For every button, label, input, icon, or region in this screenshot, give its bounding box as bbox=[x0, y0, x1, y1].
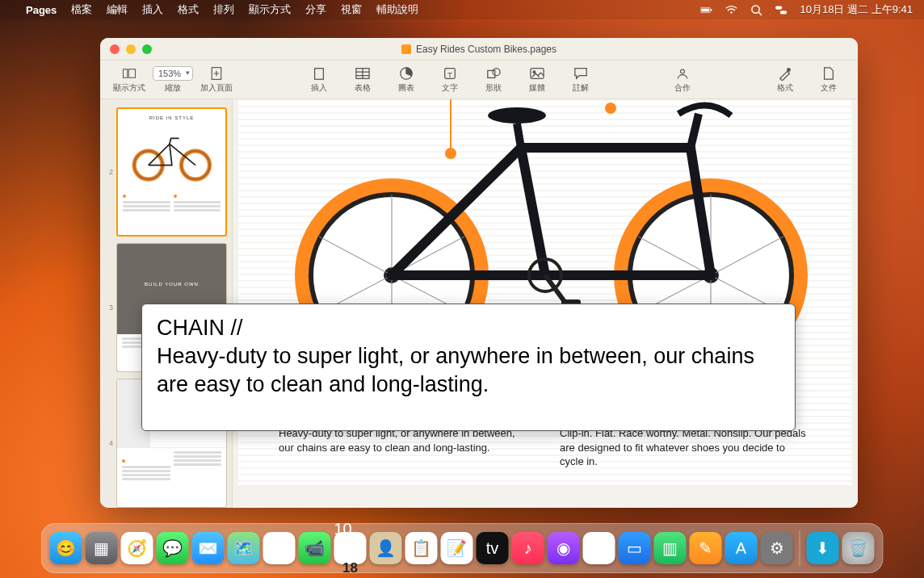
menu-insert[interactable]: 插入 bbox=[142, 2, 163, 17]
dock-mail-icon[interactable]: ✉️ bbox=[192, 532, 225, 564]
hover-line2: Heavy-duty to super light, or anywhere i… bbox=[157, 342, 780, 399]
dock-keynote-icon[interactable]: ▭ bbox=[619, 532, 651, 564]
menu-arrange[interactable]: 排列 bbox=[213, 2, 234, 17]
document-title: Easy Rides Custom Bikes.pages bbox=[401, 44, 556, 55]
toolbar-shape-button[interactable]: 形狀 bbox=[474, 66, 513, 94]
window-close-button[interactable] bbox=[110, 44, 120, 54]
toolbar-media-button[interactable]: 媒體 bbox=[518, 66, 556, 94]
dock-calendar-icon[interactable]: 10月18 bbox=[334, 532, 367, 564]
page-number-label: 4 bbox=[105, 439, 113, 447]
menubar-clock[interactable]: 10月18日 週二 上午9:41 bbox=[800, 2, 913, 17]
page-number-label: 2 bbox=[105, 168, 113, 176]
window-titlebar[interactable]: Easy Rides Custom Bikes.pages bbox=[100, 38, 858, 61]
dock-contacts-icon[interactable]: 👤 bbox=[370, 532, 402, 564]
menu-edit[interactable]: 編輯 bbox=[107, 2, 128, 17]
svg-rect-1 bbox=[701, 8, 709, 11]
dock-finder-icon[interactable]: 😊 bbox=[50, 532, 82, 564]
window-minimize-button[interactable] bbox=[126, 44, 136, 54]
callout-dot-seat-icon bbox=[605, 103, 616, 114]
thumbnail-title: RIDE IN STYLE bbox=[118, 109, 225, 124]
page-number-label: 3 bbox=[105, 304, 113, 312]
battery-icon[interactable] bbox=[700, 4, 712, 16]
toolbar-chart-button[interactable]: 圖表 bbox=[387, 66, 426, 94]
pages-window: Easy Rides Custom Bikes.pages 顯示方式 153% … bbox=[100, 38, 858, 508]
control-center-icon[interactable] bbox=[775, 4, 788, 16]
svg-text:T: T bbox=[447, 69, 452, 78]
toolbar-add-page-button[interactable]: 加入頁面 bbox=[197, 66, 236, 94]
svg-rect-2 bbox=[711, 9, 712, 11]
menu-view[interactable]: 顯示方式 bbox=[249, 2, 291, 17]
hover-line1: CHAIN // bbox=[157, 314, 780, 342]
dock-settings-icon[interactable]: ⚙︎ bbox=[761, 532, 793, 564]
dock-appstore-icon[interactable]: A bbox=[725, 532, 758, 564]
svg-line-5 bbox=[758, 12, 762, 15]
zoom-select[interactable]: 153% bbox=[153, 66, 193, 81]
spotlight-icon[interactable] bbox=[750, 4, 762, 16]
toolbar-insert-button[interactable]: 插入 bbox=[300, 66, 338, 94]
app-name-menu[interactable]: Pages bbox=[26, 4, 57, 16]
toolbar: 顯示方式 153% 縮放 加入頁面 插入 表格 圖表 T 文字 形狀 bbox=[100, 61, 858, 99]
svg-point-26 bbox=[788, 68, 791, 71]
dock-facetime-icon[interactable]: 📹 bbox=[299, 532, 331, 564]
toolbar-text-button[interactable]: T 文字 bbox=[430, 66, 469, 94]
svg-point-24 bbox=[533, 70, 536, 73]
callout-line-icon bbox=[450, 99, 452, 151]
menubar: Pages 檔案 編輯 插入 格式 排列 顯示方式 分享 視窗 輔助說明 10月… bbox=[0, 0, 924, 19]
dock-podcasts-icon[interactable]: ◉ bbox=[548, 532, 580, 564]
dock-launchpad-icon[interactable]: ▦ bbox=[86, 532, 118, 564]
dock-numbers-icon[interactable]: ▥ bbox=[654, 532, 687, 564]
svg-rect-6 bbox=[775, 6, 782, 9]
dock-notes-icon[interactable]: 📝 bbox=[441, 532, 473, 564]
svg-rect-9 bbox=[128, 69, 135, 77]
toolbar-view-button[interactable]: 顯示方式 bbox=[110, 66, 149, 94]
dock-news-icon[interactable]: N bbox=[583, 532, 615, 564]
svg-rect-13 bbox=[314, 68, 323, 79]
menu-share[interactable]: 分享 bbox=[305, 2, 326, 17]
toolbar-table-button[interactable]: 表格 bbox=[343, 66, 382, 94]
dock-downloads-icon[interactable]: ⬇︎ bbox=[807, 532, 839, 564]
svg-point-4 bbox=[751, 5, 758, 12]
toolbar-collaborate-button[interactable]: 合作 bbox=[663, 66, 702, 94]
wifi-icon[interactable] bbox=[725, 4, 737, 16]
toolbar-comment-button[interactable]: 註解 bbox=[561, 66, 600, 94]
dock: 😊 ▦ 🧭 💬 ✉️ 🗺️ ✿ 📹 10月18 👤 📋 📝 tv ♪ ◉ N ▭… bbox=[41, 523, 884, 573]
dock-photos-icon[interactable]: ✿ bbox=[263, 532, 296, 564]
dock-tv-icon[interactable]: tv bbox=[477, 532, 509, 564]
svg-rect-7 bbox=[779, 10, 786, 14]
document-icon bbox=[401, 44, 411, 54]
pedals-body: Clip-in. Flat. Race worthy. Metal. Nonsl… bbox=[560, 426, 812, 469]
svg-rect-8 bbox=[124, 69, 128, 77]
dock-reminders-icon[interactable]: 📋 bbox=[405, 532, 438, 564]
toolbar-document-button[interactable]: 文件 bbox=[809, 66, 848, 94]
toolbar-format-button[interactable]: 格式 bbox=[766, 66, 804, 94]
menu-help[interactable]: 輔助說明 bbox=[376, 2, 418, 17]
window-zoom-button[interactable] bbox=[142, 44, 152, 54]
page-thumbnail[interactable]: 2 RIDE IN STYLE bbox=[105, 107, 227, 237]
dock-trash-icon[interactable]: 🗑️ bbox=[842, 532, 875, 564]
dock-separator bbox=[800, 530, 800, 566]
hover-text-panel: CHAIN // Heavy-duty to super light, or a… bbox=[141, 304, 796, 431]
dock-safari-icon[interactable]: 🧭 bbox=[121, 532, 153, 564]
svg-point-25 bbox=[681, 69, 685, 73]
traffic-lights bbox=[110, 44, 152, 54]
dock-pages-icon[interactable]: ✎ bbox=[690, 532, 722, 564]
dock-music-icon[interactable]: ♪ bbox=[512, 532, 544, 564]
dock-maps-icon[interactable]: 🗺️ bbox=[228, 532, 260, 564]
menu-file[interactable]: 檔案 bbox=[71, 2, 92, 17]
toolbar-zoom-button[interactable]: 153% 縮放 bbox=[153, 66, 192, 94]
menu-format[interactable]: 格式 bbox=[178, 2, 199, 17]
svg-point-22 bbox=[493, 68, 500, 75]
svg-point-3 bbox=[730, 11, 732, 13]
menu-window[interactable]: 視窗 bbox=[341, 2, 362, 17]
svg-point-54 bbox=[488, 107, 546, 124]
dock-messages-icon[interactable]: 💬 bbox=[157, 532, 189, 564]
